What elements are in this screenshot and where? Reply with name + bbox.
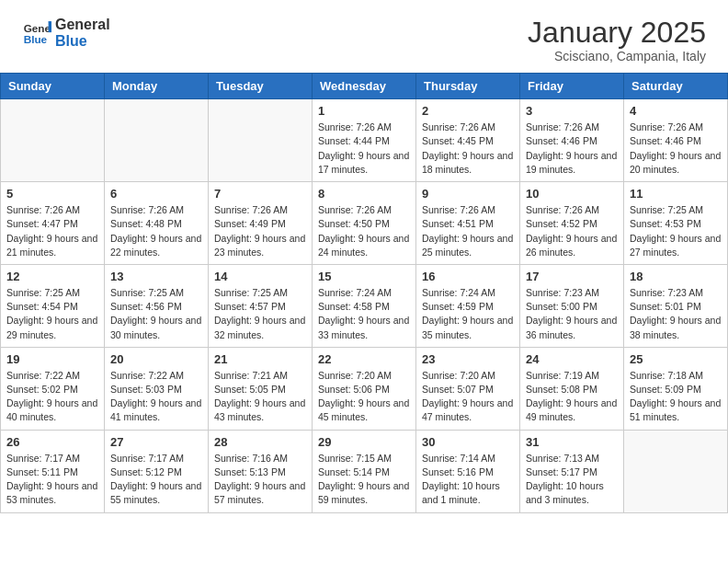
header-right: January 2025 Scisciano, Campania, Italy xyxy=(528,17,706,63)
day-number: 31 xyxy=(526,435,618,449)
day-info: Sunrise: 7:25 AMSunset: 4:54 PMDaylight:… xyxy=(6,286,98,342)
weekday-thursday: Thursday xyxy=(416,74,520,99)
calendar-page: General Blue General Blue January 2025 S… xyxy=(0,0,728,513)
calendar-cell: 26Sunrise: 7:17 AMSunset: 5:11 PMDayligh… xyxy=(1,430,105,512)
day-number: 20 xyxy=(110,352,202,366)
calendar-cell: 12Sunrise: 7:25 AMSunset: 4:54 PMDayligh… xyxy=(1,264,105,347)
day-number: 17 xyxy=(526,270,618,283)
calendar-cell: 31Sunrise: 7:13 AMSunset: 5:17 PMDayligh… xyxy=(520,430,624,512)
day-number: 25 xyxy=(630,352,722,366)
calendar-cell xyxy=(209,99,313,182)
day-info: Sunrise: 7:24 AMSunset: 4:59 PMDaylight:… xyxy=(422,286,514,342)
day-info: Sunrise: 7:16 AMSunset: 5:13 PMDaylight:… xyxy=(214,452,306,508)
day-number: 14 xyxy=(214,270,306,283)
day-number: 16 xyxy=(422,270,514,283)
day-info: Sunrise: 7:26 AMSunset: 4:46 PMDaylight:… xyxy=(630,121,722,177)
calendar-cell: 13Sunrise: 7:25 AMSunset: 4:56 PMDayligh… xyxy=(105,264,209,347)
calendar-week-3: 12Sunrise: 7:25 AMSunset: 4:54 PMDayligh… xyxy=(1,264,728,347)
day-info: Sunrise: 7:17 AMSunset: 5:11 PMDaylight:… xyxy=(6,452,98,508)
day-number: 1 xyxy=(318,104,410,118)
calendar-cell: 15Sunrise: 7:24 AMSunset: 4:58 PMDayligh… xyxy=(313,264,416,347)
day-number: 4 xyxy=(630,104,722,118)
day-number: 22 xyxy=(318,352,410,366)
calendar-cell: 3Sunrise: 7:26 AMSunset: 4:46 PMDaylight… xyxy=(520,99,624,182)
calendar-cell xyxy=(1,99,105,182)
calendar-cell: 1Sunrise: 7:26 AMSunset: 4:44 PMDaylight… xyxy=(313,99,416,182)
day-number: 8 xyxy=(318,187,410,201)
weekday-friday: Friday xyxy=(520,74,624,99)
day-number: 23 xyxy=(422,352,514,366)
day-info: Sunrise: 7:25 AMSunset: 4:53 PMDaylight:… xyxy=(630,203,722,259)
calendar-cell: 6Sunrise: 7:26 AMSunset: 4:48 PMDaylight… xyxy=(105,182,209,265)
calendar-cell: 9Sunrise: 7:26 AMSunset: 4:51 PMDaylight… xyxy=(416,182,520,265)
day-info: Sunrise: 7:26 AMSunset: 4:44 PMDaylight:… xyxy=(318,121,410,177)
calendar-cell: 18Sunrise: 7:23 AMSunset: 5:01 PMDayligh… xyxy=(624,264,728,347)
day-info: Sunrise: 7:19 AMSunset: 5:08 PMDaylight:… xyxy=(526,369,618,425)
weekday-wednesday: Wednesday xyxy=(313,74,416,99)
day-number: 11 xyxy=(630,187,722,201)
calendar-week-1: 1Sunrise: 7:26 AMSunset: 4:44 PMDaylight… xyxy=(1,99,728,182)
logo: General Blue General Blue xyxy=(22,17,110,51)
calendar-cell: 17Sunrise: 7:23 AMSunset: 5:00 PMDayligh… xyxy=(520,264,624,347)
day-number: 13 xyxy=(110,270,202,283)
calendar-cell: 4Sunrise: 7:26 AMSunset: 4:46 PMDaylight… xyxy=(624,99,728,182)
calendar-cell: 24Sunrise: 7:19 AMSunset: 5:08 PMDayligh… xyxy=(520,347,624,430)
calendar-cell: 30Sunrise: 7:14 AMSunset: 5:16 PMDayligh… xyxy=(416,430,520,512)
day-info: Sunrise: 7:14 AMSunset: 5:16 PMDaylight:… xyxy=(422,452,514,508)
calendar-week-4: 19Sunrise: 7:22 AMSunset: 5:02 PMDayligh… xyxy=(1,347,728,430)
calendar-cell: 27Sunrise: 7:17 AMSunset: 5:12 PMDayligh… xyxy=(105,430,209,512)
day-number: 15 xyxy=(318,270,410,283)
calendar-cell xyxy=(624,430,728,512)
logo-icon: General Blue xyxy=(22,18,51,48)
calendar-cell: 14Sunrise: 7:25 AMSunset: 4:57 PMDayligh… xyxy=(209,264,313,347)
day-info: Sunrise: 7:20 AMSunset: 5:06 PMDaylight:… xyxy=(318,369,410,425)
day-info: Sunrise: 7:23 AMSunset: 5:00 PMDaylight:… xyxy=(526,286,618,342)
day-info: Sunrise: 7:26 AMSunset: 4:46 PMDaylight:… xyxy=(526,121,618,177)
calendar-week-2: 5Sunrise: 7:26 AMSunset: 4:47 PMDaylight… xyxy=(1,182,728,265)
logo-general-text: General xyxy=(55,17,110,33)
calendar-cell: 20Sunrise: 7:22 AMSunset: 5:03 PMDayligh… xyxy=(105,347,209,430)
day-info: Sunrise: 7:15 AMSunset: 5:14 PMDaylight:… xyxy=(318,452,410,508)
day-info: Sunrise: 7:20 AMSunset: 5:07 PMDaylight:… xyxy=(422,369,514,425)
day-info: Sunrise: 7:18 AMSunset: 5:09 PMDaylight:… xyxy=(630,369,722,425)
day-number: 5 xyxy=(6,187,98,201)
calendar-cell: 23Sunrise: 7:20 AMSunset: 5:07 PMDayligh… xyxy=(416,347,520,430)
day-number: 12 xyxy=(6,270,98,283)
day-info: Sunrise: 7:26 AMSunset: 4:51 PMDaylight:… xyxy=(422,203,514,259)
day-number: 30 xyxy=(422,435,514,449)
month-title: January 2025 xyxy=(528,17,706,49)
calendar-cell: 19Sunrise: 7:22 AMSunset: 5:02 PMDayligh… xyxy=(1,347,105,430)
day-info: Sunrise: 7:25 AMSunset: 4:56 PMDaylight:… xyxy=(110,286,202,342)
location: Scisciano, Campania, Italy xyxy=(528,49,706,63)
day-number: 2 xyxy=(422,104,514,118)
day-info: Sunrise: 7:26 AMSunset: 4:50 PMDaylight:… xyxy=(318,203,410,259)
logo-blue-text: Blue xyxy=(55,33,110,50)
calendar-cell: 8Sunrise: 7:26 AMSunset: 4:50 PMDaylight… xyxy=(313,182,416,265)
calendar-cell: 22Sunrise: 7:20 AMSunset: 5:06 PMDayligh… xyxy=(313,347,416,430)
calendar-cell: 16Sunrise: 7:24 AMSunset: 4:59 PMDayligh… xyxy=(416,264,520,347)
day-number: 27 xyxy=(110,435,202,449)
calendar-cell: 21Sunrise: 7:21 AMSunset: 5:05 PMDayligh… xyxy=(209,347,313,430)
calendar-cell: 25Sunrise: 7:18 AMSunset: 5:09 PMDayligh… xyxy=(624,347,728,430)
day-number: 26 xyxy=(6,435,98,449)
svg-text:Blue: Blue xyxy=(24,33,48,45)
calendar-cell: 11Sunrise: 7:25 AMSunset: 4:53 PMDayligh… xyxy=(624,182,728,265)
day-number: 9 xyxy=(422,187,514,201)
calendar-cell: 29Sunrise: 7:15 AMSunset: 5:14 PMDayligh… xyxy=(313,430,416,512)
weekday-tuesday: Tuesday xyxy=(209,74,313,99)
calendar-cell xyxy=(105,99,209,182)
day-number: 24 xyxy=(526,352,618,366)
day-number: 10 xyxy=(526,187,618,201)
weekday-saturday: Saturday xyxy=(624,74,728,99)
day-info: Sunrise: 7:17 AMSunset: 5:12 PMDaylight:… xyxy=(110,452,202,508)
day-info: Sunrise: 7:13 AMSunset: 5:17 PMDaylight:… xyxy=(526,452,618,508)
day-info: Sunrise: 7:22 AMSunset: 5:02 PMDaylight:… xyxy=(6,369,98,425)
calendar-cell: 2Sunrise: 7:26 AMSunset: 4:45 PMDaylight… xyxy=(416,99,520,182)
weekday-monday: Monday xyxy=(105,74,209,99)
calendar-table: SundayMondayTuesdayWednesdayThursdayFrid… xyxy=(0,73,728,512)
day-number: 21 xyxy=(214,352,306,366)
day-number: 6 xyxy=(110,187,202,201)
calendar-cell: 7Sunrise: 7:26 AMSunset: 4:49 PMDaylight… xyxy=(209,182,313,265)
day-number: 29 xyxy=(318,435,410,449)
calendar-cell: 10Sunrise: 7:26 AMSunset: 4:52 PMDayligh… xyxy=(520,182,624,265)
